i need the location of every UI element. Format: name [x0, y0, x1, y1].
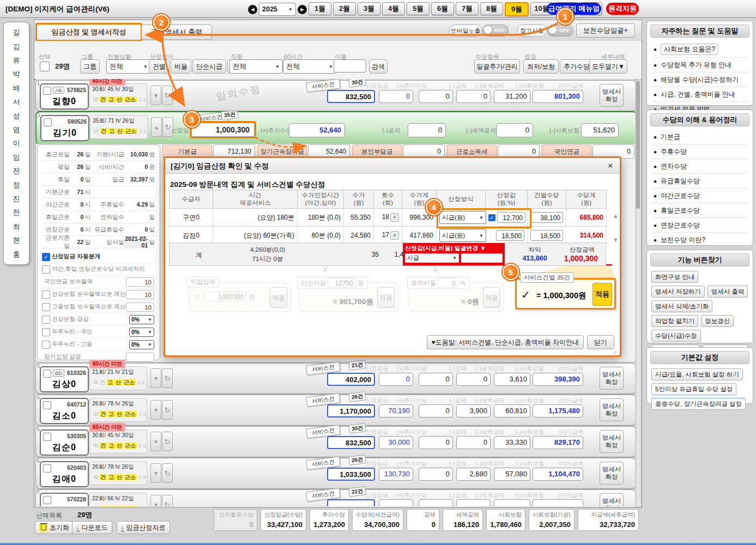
check-button[interactable]: 최저/보험 [523, 59, 559, 74]
index-letter[interactable]: 길 [13, 29, 20, 36]
default-setting-button[interactable]: 중증수당, 장기근속장려금 설정 [651, 398, 746, 410]
row-checkbox[interactable] [43, 496, 51, 504]
term-item[interactable]: ●연장근로수당 [652, 218, 747, 233]
index-letter[interactable]: 배 [13, 84, 20, 92]
month-button-4월[interactable]: 4월 [382, 2, 405, 15]
month-button-9월[interactable]: 9월 [505, 2, 529, 16]
index-letter[interactable]: 정 [13, 181, 20, 189]
wage-input[interactable]: 1,033,500 [327, 468, 375, 481]
index-letter[interactable]: 전 [13, 167, 20, 174]
wage-input[interactable]: 832,500 [327, 436, 375, 449]
month-button-6월[interactable]: 6월 [431, 2, 454, 15]
year-select[interactable]: 2025 ▼ [259, 3, 296, 16]
tax-deduction-input[interactable]: 2,680 [456, 468, 491, 481]
hours-select[interactable]: 전체▼ [283, 59, 336, 74]
month-button-1월[interactable]: 1월 [309, 2, 331, 15]
calc-value-input[interactable]: 12,700 [497, 212, 525, 223]
function-button[interactable]: 작업창 펼치기 [651, 315, 698, 327]
index-letter[interactable]: 천 [13, 209, 20, 216]
wage-input[interactable]: 832,500 [327, 90, 375, 103]
ratio-input[interactable]: 0 [438, 278, 458, 288]
tax-deduction-input[interactable]: 3,900 [456, 404, 491, 417]
scroll-down-icon[interactable]: ▼ [613, 237, 619, 243]
group-button[interactable]: 그룹 [80, 59, 100, 74]
index-letter[interactable]: 박 [13, 70, 20, 77]
option-checkbox[interactable] [42, 265, 50, 274]
search-button[interactable]: 검색 [369, 59, 388, 74]
option-select[interactable]: 0%▼ [129, 315, 154, 324]
option-input[interactable] [126, 353, 154, 362]
row-expand-button[interactable]: ▼ [150, 495, 161, 506]
row-expand-button[interactable]: ▼ [150, 400, 161, 420]
wage-input[interactable]: 1,000,300 [191, 123, 255, 137]
term-item[interactable]: ●주휴수당 [652, 144, 747, 159]
modal-header[interactable]: [김기0] 임금산정 확인 및 수정 × [165, 158, 620, 174]
social-insurance-input[interactable]: 51,620 [581, 123, 619, 137]
tab-wage-calculation[interactable]: 임금산정 및 명세서작성 [35, 23, 142, 41]
allowance-manage-button[interactable]: 일괄추가/관리 [474, 59, 520, 74]
month-button-8월[interactable]: 8월 [480, 2, 503, 15]
insurance-option[interactable]: 두루누리 - 고용0%▼ [42, 338, 155, 351]
checkbox-checked-icon[interactable]: ✓ [488, 214, 495, 221]
option-checkbox[interactable]: ✓ [42, 253, 50, 261]
progress-select[interactable]: 전체▼ [106, 59, 151, 74]
scrollbar-thumb[interactable] [636, 81, 640, 209]
deduction-input[interactable]: 0 [419, 468, 453, 481]
bulk-method-select[interactable]: 시급▼ [405, 253, 459, 263]
deduction-input[interactable]: 0 [419, 373, 453, 386]
option-checkbox[interactable] [42, 341, 50, 349]
term-item[interactable]: ●연차수당 [652, 159, 747, 174]
extra-allowance-input[interactable]: 30,000 [379, 436, 413, 449]
index-letter[interactable]: 서 [13, 98, 20, 105]
option-input[interactable]: 10 [126, 290, 154, 299]
index-letter[interactable]: 염 [13, 126, 20, 133]
deduction-input[interactable]: 0 [408, 123, 446, 137]
net-pay-input[interactable]: 1,104,470 [533, 468, 583, 481]
confirm-payslip-button[interactable]: 명세서 확정 [600, 398, 624, 421]
row-refresh-button[interactable]: ↻ [162, 495, 173, 506]
function-button[interactable]: 수당(시급)수정 [651, 330, 701, 342]
calc-method-select[interactable]: 시급(원)▼ [439, 229, 486, 242]
row-expand-button[interactable]: ▼ [150, 432, 161, 451]
reset-button[interactable]: 초기화 [35, 521, 74, 534]
employee-card[interactable]: 640712 김소0 [40, 398, 89, 424]
index-letter[interactable]: 김 [13, 43, 20, 50]
method-button[interactable]: 건별 [149, 59, 170, 74]
close-icon[interactable]: × [606, 160, 615, 170]
extra-allowance-input[interactable]: 70,190 [379, 404, 413, 417]
net-pay-input[interactable] [533, 499, 583, 506]
term-item[interactable]: ●기본급 [652, 130, 747, 144]
bulk-value-input[interactable] [461, 253, 503, 263]
insurance-option[interactable]: 고용보험 보수월액으로 계산10 [42, 301, 155, 313]
default-setting-button[interactable]: 5인이상 유급휴일 수당 설정 [651, 383, 736, 395]
function-button[interactable]: 명세서 저장하기 [651, 286, 705, 298]
insurance-option[interactable]: ✓산정임금 자동분개 [42, 251, 155, 263]
index-letter[interactable]: 홍 [13, 251, 20, 258]
net-pay-input[interactable]: 398,390 [533, 373, 583, 386]
index-letter[interactable]: 성 [13, 112, 20, 119]
index-letter[interactable]: 이 [13, 140, 20, 147]
month-button-3월[interactable]: 3월 [358, 2, 380, 15]
per-service-apply-button[interactable]: 적용 [592, 283, 612, 306]
row-checkbox[interactable] [43, 464, 51, 473]
tax-deduction-input[interactable]: 0 [456, 90, 491, 103]
insurance-option[interactable]: 두루누리 - 국민0%▼ [42, 326, 155, 338]
index-letter[interactable]: 최 [13, 223, 20, 230]
term-item[interactable]: ●유급휴일수당 [652, 174, 747, 189]
row-checkbox[interactable] [43, 433, 51, 441]
row-refresh-button[interactable]: ↻ [162, 432, 173, 451]
bulk-change-label[interactable]: 산정값(시급,비율) 일괄변경 ▼ [405, 244, 503, 252]
employee-card[interactable]: BD 610326 김상0 [40, 366, 89, 392]
term-item[interactable]: ●야간근로수당 [652, 189, 747, 203]
scroll-up-icon[interactable]: ▲ [613, 213, 619, 219]
payroll-manual-button[interactable]: 급여관리 메뉴얼 [547, 3, 601, 15]
index-letter[interactable]: 류 [13, 57, 20, 64]
row-expand-button[interactable]: ▼ [150, 86, 161, 105]
deduction-input[interactable]: 0 [419, 404, 453, 417]
option-checkbox[interactable] [42, 328, 50, 336]
employee-row[interactable]: 5 530305 김순0 60시간 미만 30회/ 45 h/ 30일 국건고산… [35, 426, 635, 457]
month-button-7월[interactable]: 7월 [456, 2, 479, 15]
row-expand-button[interactable]: ▼ [150, 368, 161, 388]
main-scrollbar[interactable] [636, 79, 642, 507]
employee-card[interactable]: AB 570825 길향0 [40, 83, 89, 110]
